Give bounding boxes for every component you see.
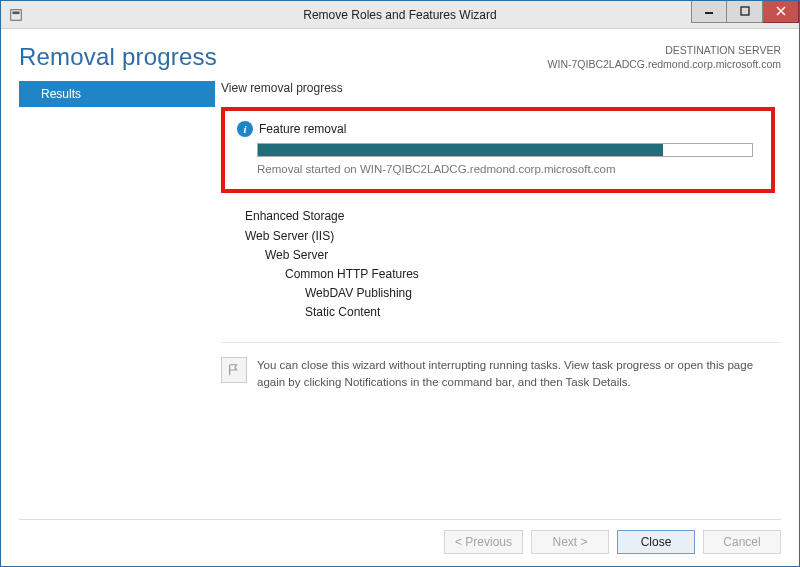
page-title: Removal progress: [19, 43, 217, 71]
tree-item: Web Server: [245, 246, 781, 265]
maximize-button[interactable]: [727, 1, 763, 23]
svg-rect-0: [11, 9, 22, 20]
footer-buttons: < Previous Next > Close Cancel: [19, 519, 781, 554]
info-icon: i: [237, 121, 253, 137]
tree-item: Web Server (IIS): [245, 227, 781, 246]
header-row: Removal progress DESTINATION SERVER WIN-…: [19, 43, 781, 71]
tree-item: WebDAV Publishing: [245, 284, 781, 303]
flag-icon: [221, 357, 247, 383]
app-icon: [7, 6, 25, 24]
window-close-button[interactable]: [763, 1, 799, 23]
main-panel: View removal progress i Feature removal …: [215, 81, 781, 491]
section-label: View removal progress: [221, 81, 781, 95]
next-button: Next >: [531, 530, 609, 554]
destination-server: DESTINATION SERVER WIN-7QIBC2LADCG.redmo…: [548, 43, 781, 71]
tree-item: Static Content: [245, 303, 781, 322]
wizard-sidebar: Results: [19, 81, 215, 491]
cancel-button: Cancel: [703, 530, 781, 554]
tree-item: Common HTTP Features: [245, 265, 781, 284]
minimize-button[interactable]: [691, 1, 727, 23]
body: Results View removal progress i Feature …: [19, 81, 781, 491]
close-button[interactable]: Close: [617, 530, 695, 554]
progress-bar: [257, 143, 753, 157]
destination-value: WIN-7QIBC2LADCG.redmond.corp.microsoft.c…: [548, 57, 781, 71]
sidebar-step-results[interactable]: Results: [19, 81, 215, 107]
svg-rect-3: [741, 7, 749, 15]
window-title: Remove Roles and Features Wizard: [1, 8, 799, 22]
progress-panel: i Feature removal Removal started on WIN…: [221, 107, 775, 193]
client-area: Removal progress DESTINATION SERVER WIN-…: [1, 29, 799, 566]
svg-rect-1: [13, 11, 20, 14]
progress-fill: [258, 144, 663, 156]
wizard-window: Remove Roles and Features Wizard Removal…: [0, 0, 800, 567]
hint-text: You can close this wizard without interr…: [257, 357, 781, 390]
titlebar: Remove Roles and Features Wizard: [1, 1, 799, 29]
previous-button: < Previous: [444, 530, 523, 554]
destination-label: DESTINATION SERVER: [548, 43, 781, 57]
feature-removal-title: Feature removal: [259, 122, 346, 136]
window-controls: [691, 1, 799, 23]
feature-tree: Enhanced Storage Web Server (IIS) Web Se…: [245, 207, 781, 322]
hint-box: You can close this wizard without interr…: [221, 342, 781, 390]
tree-item: Enhanced Storage: [245, 207, 781, 226]
progress-status: Removal started on WIN-7QIBC2LADCG.redmo…: [257, 163, 753, 175]
